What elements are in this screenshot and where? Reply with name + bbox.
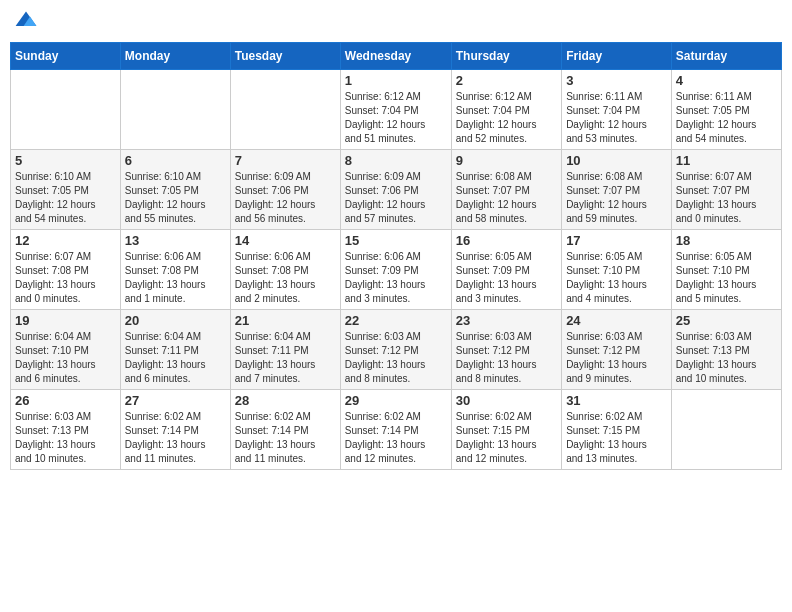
day-info: Sunrise: 6:03 AM Sunset: 7:12 PM Dayligh… [456, 330, 557, 386]
calendar-cell: 4Sunrise: 6:11 AM Sunset: 7:05 PM Daylig… [671, 70, 781, 150]
day-info: Sunrise: 6:03 AM Sunset: 7:12 PM Dayligh… [345, 330, 447, 386]
day-info: Sunrise: 6:05 AM Sunset: 7:09 PM Dayligh… [456, 250, 557, 306]
day-info: Sunrise: 6:11 AM Sunset: 7:05 PM Dayligh… [676, 90, 777, 146]
day-number: 27 [125, 393, 226, 408]
day-of-week-header: Monday [120, 43, 230, 70]
day-info: Sunrise: 6:03 AM Sunset: 7:12 PM Dayligh… [566, 330, 667, 386]
day-number: 3 [566, 73, 667, 88]
day-number: 9 [456, 153, 557, 168]
day-info: Sunrise: 6:02 AM Sunset: 7:14 PM Dayligh… [125, 410, 226, 466]
calendar-cell: 13Sunrise: 6:06 AM Sunset: 7:08 PM Dayli… [120, 230, 230, 310]
day-of-week-header: Wednesday [340, 43, 451, 70]
calendar-cell: 24Sunrise: 6:03 AM Sunset: 7:12 PM Dayli… [562, 310, 672, 390]
day-info: Sunrise: 6:09 AM Sunset: 7:06 PM Dayligh… [345, 170, 447, 226]
day-of-week-header: Thursday [451, 43, 561, 70]
calendar-cell: 11Sunrise: 6:07 AM Sunset: 7:07 PM Dayli… [671, 150, 781, 230]
day-number: 11 [676, 153, 777, 168]
calendar-cell: 14Sunrise: 6:06 AM Sunset: 7:08 PM Dayli… [230, 230, 340, 310]
calendar-week-row: 5Sunrise: 6:10 AM Sunset: 7:05 PM Daylig… [11, 150, 782, 230]
calendar-cell: 1Sunrise: 6:12 AM Sunset: 7:04 PM Daylig… [340, 70, 451, 150]
calendar-cell: 19Sunrise: 6:04 AM Sunset: 7:10 PM Dayli… [11, 310, 121, 390]
calendar-cell [11, 70, 121, 150]
day-number: 12 [15, 233, 116, 248]
day-number: 24 [566, 313, 667, 328]
day-info: Sunrise: 6:02 AM Sunset: 7:14 PM Dayligh… [235, 410, 336, 466]
calendar-cell: 5Sunrise: 6:10 AM Sunset: 7:05 PM Daylig… [11, 150, 121, 230]
calendar-cell: 16Sunrise: 6:05 AM Sunset: 7:09 PM Dayli… [451, 230, 561, 310]
calendar-week-row: 1Sunrise: 6:12 AM Sunset: 7:04 PM Daylig… [11, 70, 782, 150]
day-info: Sunrise: 6:10 AM Sunset: 7:05 PM Dayligh… [125, 170, 226, 226]
day-number: 28 [235, 393, 336, 408]
day-number: 23 [456, 313, 557, 328]
day-info: Sunrise: 6:02 AM Sunset: 7:15 PM Dayligh… [456, 410, 557, 466]
day-number: 29 [345, 393, 447, 408]
day-number: 31 [566, 393, 667, 408]
day-number: 13 [125, 233, 226, 248]
calendar-cell: 3Sunrise: 6:11 AM Sunset: 7:04 PM Daylig… [562, 70, 672, 150]
calendar-cell: 26Sunrise: 6:03 AM Sunset: 7:13 PM Dayli… [11, 390, 121, 470]
day-info: Sunrise: 6:06 AM Sunset: 7:08 PM Dayligh… [125, 250, 226, 306]
calendar-cell: 29Sunrise: 6:02 AM Sunset: 7:14 PM Dayli… [340, 390, 451, 470]
day-number: 1 [345, 73, 447, 88]
day-number: 21 [235, 313, 336, 328]
day-of-week-header: Friday [562, 43, 672, 70]
calendar-cell: 6Sunrise: 6:10 AM Sunset: 7:05 PM Daylig… [120, 150, 230, 230]
day-number: 20 [125, 313, 226, 328]
day-info: Sunrise: 6:07 AM Sunset: 7:07 PM Dayligh… [676, 170, 777, 226]
day-info: Sunrise: 6:05 AM Sunset: 7:10 PM Dayligh… [566, 250, 667, 306]
day-of-week-header: Sunday [11, 43, 121, 70]
page-header [10, 10, 782, 34]
logo [14, 10, 42, 34]
day-info: Sunrise: 6:06 AM Sunset: 7:09 PM Dayligh… [345, 250, 447, 306]
day-number: 4 [676, 73, 777, 88]
calendar-cell: 23Sunrise: 6:03 AM Sunset: 7:12 PM Dayli… [451, 310, 561, 390]
calendar-cell: 25Sunrise: 6:03 AM Sunset: 7:13 PM Dayli… [671, 310, 781, 390]
day-info: Sunrise: 6:03 AM Sunset: 7:13 PM Dayligh… [15, 410, 116, 466]
calendar-cell: 17Sunrise: 6:05 AM Sunset: 7:10 PM Dayli… [562, 230, 672, 310]
day-info: Sunrise: 6:05 AM Sunset: 7:10 PM Dayligh… [676, 250, 777, 306]
day-info: Sunrise: 6:03 AM Sunset: 7:13 PM Dayligh… [676, 330, 777, 386]
calendar-cell: 10Sunrise: 6:08 AM Sunset: 7:07 PM Dayli… [562, 150, 672, 230]
day-info: Sunrise: 6:06 AM Sunset: 7:08 PM Dayligh… [235, 250, 336, 306]
day-number: 10 [566, 153, 667, 168]
calendar-cell: 22Sunrise: 6:03 AM Sunset: 7:12 PM Dayli… [340, 310, 451, 390]
day-of-week-header: Saturday [671, 43, 781, 70]
day-info: Sunrise: 6:07 AM Sunset: 7:08 PM Dayligh… [15, 250, 116, 306]
day-number: 30 [456, 393, 557, 408]
day-number: 7 [235, 153, 336, 168]
calendar-cell [120, 70, 230, 150]
day-number: 26 [15, 393, 116, 408]
calendar-cell: 2Sunrise: 6:12 AM Sunset: 7:04 PM Daylig… [451, 70, 561, 150]
calendar-cell: 31Sunrise: 6:02 AM Sunset: 7:15 PM Dayli… [562, 390, 672, 470]
calendar-cell: 9Sunrise: 6:08 AM Sunset: 7:07 PM Daylig… [451, 150, 561, 230]
day-info: Sunrise: 6:08 AM Sunset: 7:07 PM Dayligh… [456, 170, 557, 226]
calendar-cell: 18Sunrise: 6:05 AM Sunset: 7:10 PM Dayli… [671, 230, 781, 310]
calendar-cell [230, 70, 340, 150]
calendar-cell: 20Sunrise: 6:04 AM Sunset: 7:11 PM Dayli… [120, 310, 230, 390]
calendar-cell: 30Sunrise: 6:02 AM Sunset: 7:15 PM Dayli… [451, 390, 561, 470]
calendar-cell: 8Sunrise: 6:09 AM Sunset: 7:06 PM Daylig… [340, 150, 451, 230]
day-info: Sunrise: 6:02 AM Sunset: 7:15 PM Dayligh… [566, 410, 667, 466]
day-number: 6 [125, 153, 226, 168]
calendar-cell [671, 390, 781, 470]
day-info: Sunrise: 6:02 AM Sunset: 7:14 PM Dayligh… [345, 410, 447, 466]
calendar-cell: 27Sunrise: 6:02 AM Sunset: 7:14 PM Dayli… [120, 390, 230, 470]
calendar-cell: 7Sunrise: 6:09 AM Sunset: 7:06 PM Daylig… [230, 150, 340, 230]
day-number: 19 [15, 313, 116, 328]
day-info: Sunrise: 6:09 AM Sunset: 7:06 PM Dayligh… [235, 170, 336, 226]
day-info: Sunrise: 6:10 AM Sunset: 7:05 PM Dayligh… [15, 170, 116, 226]
day-info: Sunrise: 6:12 AM Sunset: 7:04 PM Dayligh… [456, 90, 557, 146]
calendar-week-row: 12Sunrise: 6:07 AM Sunset: 7:08 PM Dayli… [11, 230, 782, 310]
calendar-cell: 12Sunrise: 6:07 AM Sunset: 7:08 PM Dayli… [11, 230, 121, 310]
day-number: 17 [566, 233, 667, 248]
calendar-week-row: 19Sunrise: 6:04 AM Sunset: 7:10 PM Dayli… [11, 310, 782, 390]
day-info: Sunrise: 6:04 AM Sunset: 7:10 PM Dayligh… [15, 330, 116, 386]
calendar-week-row: 26Sunrise: 6:03 AM Sunset: 7:13 PM Dayli… [11, 390, 782, 470]
day-info: Sunrise: 6:12 AM Sunset: 7:04 PM Dayligh… [345, 90, 447, 146]
day-number: 25 [676, 313, 777, 328]
calendar-header-row: SundayMondayTuesdayWednesdayThursdayFrid… [11, 43, 782, 70]
day-info: Sunrise: 6:04 AM Sunset: 7:11 PM Dayligh… [125, 330, 226, 386]
day-number: 5 [15, 153, 116, 168]
day-info: Sunrise: 6:11 AM Sunset: 7:04 PM Dayligh… [566, 90, 667, 146]
day-of-week-header: Tuesday [230, 43, 340, 70]
